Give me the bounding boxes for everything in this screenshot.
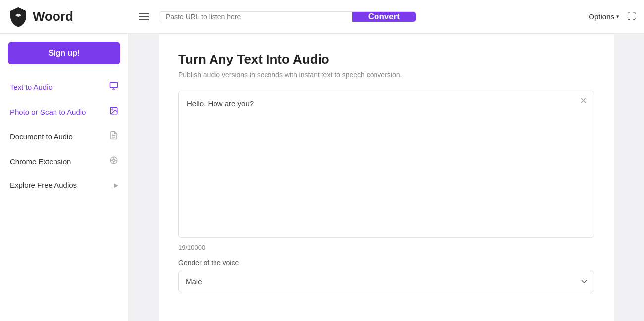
url-input[interactable] [159, 12, 352, 22]
sidebar-item-document-to-audio[interactable]: Document to Audio [0, 124, 128, 149]
svg-point-8 [113, 159, 115, 162]
hamburger-button[interactable] [137, 11, 151, 22]
options-button[interactable]: Options ▾ [589, 12, 619, 21]
content-panel: Turn Any Text Into Audio Publish audio v… [159, 34, 614, 321]
signup-button[interactable]: Sign up! [8, 42, 120, 64]
monitor-icon [109, 81, 118, 92]
sidebar-item-label: Photo or Scan to Audio [10, 108, 86, 116]
puzzle-icon [109, 156, 118, 167]
logo-icon [8, 6, 29, 27]
svg-rect-0 [110, 82, 118, 88]
sidebar-item-explore-free-audios[interactable]: Explore Free Audios ▶ [0, 174, 128, 196]
url-input-area: Convert [159, 11, 416, 22]
gender-select[interactable]: Male Female [178, 271, 594, 292]
char-count: 19/10000 [178, 244, 594, 251]
sidebar-item-label: Document to Audio [10, 132, 73, 141]
chevron-down-icon: ▾ [616, 13, 619, 20]
header-right: Options ▾ ⛶ [589, 11, 636, 22]
header: Woord Convert Options ▾ ⛶ [0, 0, 644, 34]
doc-icon [109, 131, 118, 142]
logo-text: Woord [33, 9, 73, 24]
fullscreen-button[interactable]: ⛶ [627, 11, 636, 22]
main-layout: Sign up! Text to Audio Photo or Scan to … [0, 34, 644, 321]
convert-button[interactable]: Convert [352, 12, 416, 22]
content-area: Turn Any Text Into Audio Publish audio v… [129, 34, 644, 321]
voice-gender-label: Gender of the voice [178, 259, 594, 267]
arrow-right-icon: ▶ [114, 182, 118, 189]
text-area-container: Hello. How are you? ✕ [178, 91, 594, 238]
sidebar-item-chrome-extension[interactable]: Chrome Extension [0, 149, 128, 174]
image-icon [109, 106, 118, 117]
logo-area: Woord [8, 6, 137, 27]
sidebar-item-label: Chrome Extension [10, 157, 71, 166]
sidebar: Sign up! Text to Audio Photo or Scan to … [0, 34, 129, 321]
options-label: Options [589, 12, 614, 21]
clear-text-button[interactable]: ✕ [580, 96, 587, 105]
page-title: Turn Any Text Into Audio [178, 52, 594, 67]
sidebar-item-label: Text to Audio [10, 83, 53, 91]
sidebar-item-label: Explore Free Audios [10, 181, 77, 189]
main-textarea[interactable]: Hello. How are you? [179, 91, 594, 235]
sidebar-item-photo-to-audio[interactable]: Photo or Scan to Audio [0, 99, 128, 124]
page-subtitle: Publish audio versions in seconds with i… [178, 71, 594, 79]
fullscreen-icon: ⛶ [627, 11, 636, 21]
sidebar-item-text-to-audio[interactable]: Text to Audio [0, 74, 128, 99]
svg-point-4 [112, 109, 113, 110]
